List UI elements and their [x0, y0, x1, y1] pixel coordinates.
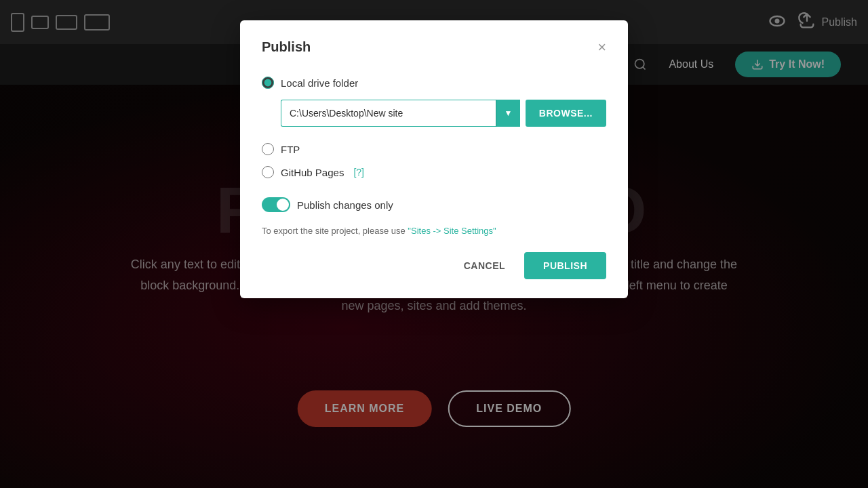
ftp-label: FTP — [281, 144, 300, 155]
publish-changes-toggle[interactable] — [262, 197, 290, 212]
toggle-slider — [262, 197, 290, 212]
modal-title: Publish — [262, 39, 311, 55]
publish-modal: Publish × Local drive folder ▼ BROWSE...… — [240, 20, 628, 298]
github-pages-option[interactable]: GitHub Pages [?] — [262, 161, 606, 184]
local-drive-option[interactable]: Local drive folder — [262, 71, 606, 94]
ftp-option[interactable]: FTP — [262, 138, 606, 161]
export-link[interactable]: "Sites -> Site Settings" — [408, 226, 496, 236]
publish-options: Local drive folder ▼ BROWSE... FTP GitHu… — [262, 71, 606, 184]
publish-modal-button[interactable]: PUBLISH — [524, 252, 606, 279]
modal-close-button[interactable]: × — [597, 40, 606, 55]
path-input-row: ▼ BROWSE... — [281, 100, 606, 127]
github-radio[interactable] — [262, 166, 274, 178]
github-help-link[interactable]: [?] — [353, 167, 364, 178]
path-input[interactable] — [281, 100, 496, 127]
path-dropdown-button[interactable]: ▼ — [496, 100, 520, 127]
publish-changes-label: Publish changes only — [297, 199, 393, 211]
ftp-radio[interactable] — [262, 143, 274, 155]
local-drive-label: Local drive folder — [281, 77, 358, 89]
export-info-prefix: To export the site project, please use — [262, 226, 408, 236]
modal-footer: CANCEL PUBLISH — [262, 252, 606, 279]
github-label: GitHub Pages — [281, 167, 344, 178]
modal-header: Publish × — [262, 39, 606, 55]
export-info: To export the site project, please use "… — [262, 226, 606, 236]
publish-changes-toggle-row: Publish changes only — [262, 197, 606, 212]
local-drive-radio[interactable] — [262, 77, 274, 89]
dropdown-arrow: ▼ — [504, 108, 512, 118]
cancel-button[interactable]: CANCEL — [453, 253, 516, 278]
browse-button[interactable]: BROWSE... — [526, 100, 606, 127]
